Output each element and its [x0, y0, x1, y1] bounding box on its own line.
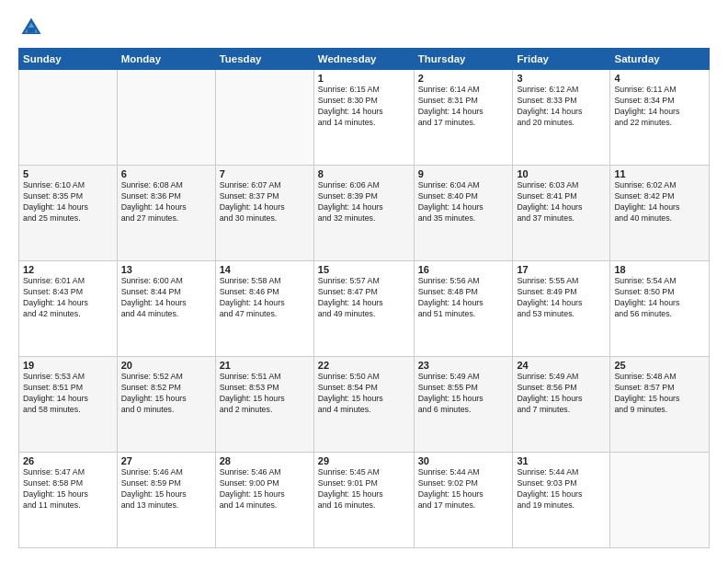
- day-number: 8: [318, 168, 410, 179]
- cell-content: Sunrise: 5:49 AM Sunset: 8:55 PM Dayligh…: [418, 372, 509, 416]
- cell-content: Sunrise: 5:57 AM Sunset: 8:47 PM Dayligh…: [318, 276, 410, 320]
- day-number: 7: [220, 168, 310, 179]
- day-number: 29: [318, 455, 410, 466]
- cell-content: Sunrise: 6:08 AM Sunset: 8:36 PM Dayligh…: [121, 180, 211, 224]
- day-number: 10: [517, 168, 606, 179]
- calendar-cell: 6Sunrise: 6:08 AM Sunset: 8:36 PM Daylig…: [117, 166, 215, 261]
- cell-content: Sunrise: 5:44 AM Sunset: 9:03 PM Dayligh…: [517, 467, 606, 511]
- cell-content: Sunrise: 5:55 AM Sunset: 8:49 PM Dayligh…: [517, 276, 606, 320]
- cell-content: Sunrise: 5:47 AM Sunset: 8:58 PM Dayligh…: [23, 467, 113, 511]
- calendar-cell: 31Sunrise: 5:44 AM Sunset: 9:03 PM Dayli…: [513, 453, 610, 548]
- day-header-monday: Monday: [117, 49, 215, 70]
- day-number: 21: [220, 360, 310, 371]
- cell-content: Sunrise: 6:01 AM Sunset: 8:43 PM Dayligh…: [23, 276, 113, 320]
- calendar-cell: 26Sunrise: 5:47 AM Sunset: 8:58 PM Dayli…: [19, 453, 118, 548]
- cell-content: Sunrise: 5:56 AM Sunset: 8:48 PM Dayligh…: [418, 276, 509, 320]
- calendar-cell: 9Sunrise: 6:04 AM Sunset: 8:40 PM Daylig…: [414, 166, 513, 261]
- calendar-cell: [215, 70, 313, 166]
- calendar-cell: 19Sunrise: 5:53 AM Sunset: 8:51 PM Dayli…: [19, 357, 118, 453]
- calendar-cell: 28Sunrise: 5:46 AM Sunset: 9:00 PM Dayli…: [215, 453, 313, 548]
- day-number: 9: [418, 168, 509, 179]
- calendar-cell: 16Sunrise: 5:56 AM Sunset: 8:48 PM Dayli…: [414, 261, 513, 357]
- day-number: 15: [318, 264, 410, 275]
- calendar-cell: [610, 453, 710, 548]
- cell-content: Sunrise: 5:44 AM Sunset: 9:02 PM Dayligh…: [418, 467, 509, 511]
- day-number: 24: [517, 360, 606, 371]
- day-number: 22: [318, 360, 410, 371]
- calendar-cell: 30Sunrise: 5:44 AM Sunset: 9:02 PM Dayli…: [414, 453, 513, 548]
- calendar-cell: 24Sunrise: 5:49 AM Sunset: 8:56 PM Dayli…: [513, 357, 610, 453]
- cell-content: Sunrise: 5:50 AM Sunset: 8:54 PM Dayligh…: [318, 372, 410, 416]
- day-number: 16: [418, 264, 509, 275]
- day-number: 5: [23, 168, 113, 179]
- calendar-cell: 5Sunrise: 6:10 AM Sunset: 8:35 PM Daylig…: [19, 166, 118, 261]
- calendar-cell: [19, 70, 118, 166]
- calendar-week-row: 26Sunrise: 5:47 AM Sunset: 8:58 PM Dayli…: [19, 453, 710, 548]
- day-number: 18: [614, 264, 705, 275]
- logo-icon: [18, 15, 44, 40]
- day-number: 3: [517, 73, 606, 84]
- header: [18, 15, 710, 40]
- page: SundayMondayTuesdayWednesdayThursdayFrid…: [0, 0, 728, 563]
- day-number: 1: [318, 73, 410, 84]
- cell-content: Sunrise: 6:03 AM Sunset: 8:41 PM Dayligh…: [517, 180, 606, 224]
- day-number: 27: [121, 455, 211, 466]
- day-number: 14: [220, 264, 310, 275]
- cell-content: Sunrise: 6:02 AM Sunset: 8:42 PM Dayligh…: [614, 180, 705, 224]
- calendar-cell: 2Sunrise: 6:14 AM Sunset: 8:31 PM Daylig…: [414, 70, 513, 166]
- calendar-cell: 23Sunrise: 5:49 AM Sunset: 8:55 PM Dayli…: [414, 357, 513, 453]
- calendar-week-row: 19Sunrise: 5:53 AM Sunset: 8:51 PM Dayli…: [19, 357, 710, 453]
- calendar-cell: 15Sunrise: 5:57 AM Sunset: 8:47 PM Dayli…: [313, 261, 414, 357]
- day-number: 12: [23, 264, 113, 275]
- cell-content: Sunrise: 5:46 AM Sunset: 9:00 PM Dayligh…: [220, 467, 310, 511]
- calendar-table: SundayMondayTuesdayWednesdayThursdayFrid…: [18, 48, 710, 548]
- day-number: 30: [418, 455, 509, 466]
- day-number: 28: [220, 455, 310, 466]
- cell-content: Sunrise: 6:11 AM Sunset: 8:34 PM Dayligh…: [614, 85, 705, 129]
- calendar-cell: 22Sunrise: 5:50 AM Sunset: 8:54 PM Dayli…: [313, 357, 414, 453]
- cell-content: Sunrise: 6:14 AM Sunset: 8:31 PM Dayligh…: [418, 85, 509, 129]
- calendar-cell: 4Sunrise: 6:11 AM Sunset: 8:34 PM Daylig…: [610, 70, 710, 166]
- calendar-cell: 14Sunrise: 5:58 AM Sunset: 8:46 PM Dayli…: [215, 261, 313, 357]
- calendar-cell: 29Sunrise: 5:45 AM Sunset: 9:01 PM Dayli…: [313, 453, 414, 548]
- calendar-week-row: 12Sunrise: 6:01 AM Sunset: 8:43 PM Dayli…: [19, 261, 710, 357]
- cell-content: Sunrise: 5:48 AM Sunset: 8:57 PM Dayligh…: [614, 372, 705, 416]
- cell-content: Sunrise: 6:06 AM Sunset: 8:39 PM Dayligh…: [318, 180, 410, 224]
- cell-content: Sunrise: 5:54 AM Sunset: 8:50 PM Dayligh…: [614, 276, 705, 320]
- calendar-cell: 13Sunrise: 6:00 AM Sunset: 8:44 PM Dayli…: [117, 261, 215, 357]
- day-header-sunday: Sunday: [19, 49, 118, 70]
- day-number: 31: [517, 455, 606, 466]
- day-number: 11: [614, 168, 705, 179]
- cell-content: Sunrise: 6:00 AM Sunset: 8:44 PM Dayligh…: [121, 276, 211, 320]
- calendar-cell: 11Sunrise: 6:02 AM Sunset: 8:42 PM Dayli…: [610, 166, 710, 261]
- day-number: 19: [23, 360, 113, 371]
- cell-content: Sunrise: 6:10 AM Sunset: 8:35 PM Dayligh…: [23, 180, 113, 224]
- svg-rect-2: [28, 28, 35, 33]
- calendar-cell: 1Sunrise: 6:15 AM Sunset: 8:30 PM Daylig…: [313, 70, 414, 166]
- day-header-friday: Friday: [513, 49, 610, 70]
- day-number: 13: [121, 264, 211, 275]
- day-number: 23: [418, 360, 509, 371]
- calendar-cell: 25Sunrise: 5:48 AM Sunset: 8:57 PM Dayli…: [610, 357, 710, 453]
- day-header-tuesday: Tuesday: [215, 49, 313, 70]
- cell-content: Sunrise: 6:07 AM Sunset: 8:37 PM Dayligh…: [220, 180, 310, 224]
- calendar-week-row: 1Sunrise: 6:15 AM Sunset: 8:30 PM Daylig…: [19, 70, 710, 166]
- calendar-header-row: SundayMondayTuesdayWednesdayThursdayFrid…: [19, 49, 710, 70]
- cell-content: Sunrise: 5:51 AM Sunset: 8:53 PM Dayligh…: [220, 372, 310, 416]
- calendar-cell: 12Sunrise: 6:01 AM Sunset: 8:43 PM Dayli…: [19, 261, 118, 357]
- day-number: 6: [121, 168, 211, 179]
- day-header-thursday: Thursday: [414, 49, 513, 70]
- calendar-cell: 10Sunrise: 6:03 AM Sunset: 8:41 PM Dayli…: [513, 166, 610, 261]
- calendar-cell: 18Sunrise: 5:54 AM Sunset: 8:50 PM Dayli…: [610, 261, 710, 357]
- day-number: 2: [418, 73, 509, 84]
- cell-content: Sunrise: 5:45 AM Sunset: 9:01 PM Dayligh…: [318, 467, 410, 511]
- calendar-cell: 8Sunrise: 6:06 AM Sunset: 8:39 PM Daylig…: [313, 166, 414, 261]
- day-number: 20: [121, 360, 211, 371]
- cell-content: Sunrise: 6:04 AM Sunset: 8:40 PM Dayligh…: [418, 180, 509, 224]
- calendar-cell: 27Sunrise: 5:46 AM Sunset: 8:59 PM Dayli…: [117, 453, 215, 548]
- cell-content: Sunrise: 6:15 AM Sunset: 8:30 PM Dayligh…: [318, 85, 410, 129]
- day-number: 26: [23, 455, 113, 466]
- day-number: 25: [614, 360, 705, 371]
- day-number: 4: [614, 73, 705, 84]
- cell-content: Sunrise: 5:58 AM Sunset: 8:46 PM Dayligh…: [220, 276, 310, 320]
